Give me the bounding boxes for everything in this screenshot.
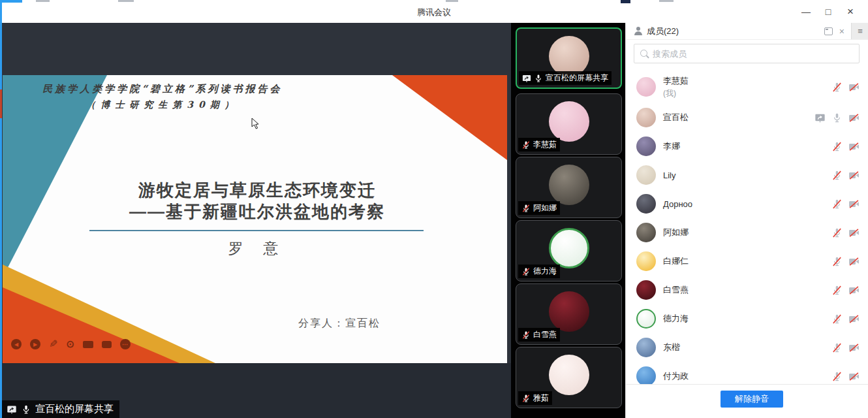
member-name: Дорноо — [663, 199, 831, 209]
video-tile[interactable]: 阿如娜 — [516, 157, 622, 218]
background-window-fragment — [118, 0, 134, 2]
member-row[interactable]: 白娜仁 — [626, 247, 868, 276]
member-row[interactable]: 李慧茹 (我) — [626, 71, 868, 103]
more-icon[interactable]: ⋯ — [120, 339, 131, 349]
tile-name-chip: 白雪燕 — [518, 328, 560, 342]
close-panel-icon[interactable]: × — [839, 27, 845, 36]
member-camera-icon[interactable] — [848, 112, 860, 123]
avatar — [636, 137, 656, 156]
comment-icon[interactable] — [102, 341, 112, 348]
video-tile[interactable]: 宣百松的屏幕共享 — [516, 27, 622, 89]
member-row[interactable]: 德力海 — [626, 304, 868, 333]
video-tile[interactable]: 白雪燕 — [516, 283, 622, 345]
member-name: 德力海 — [663, 313, 831, 325]
tile-name: 李慧茹 — [533, 139, 557, 150]
member-mic-icon[interactable] — [831, 170, 843, 181]
avatar — [636, 223, 656, 242]
members-panel-title: 成员(22) — [647, 25, 679, 37]
video-tile[interactable]: 雅茹 — [516, 347, 622, 408]
member-camera-icon[interactable] — [848, 199, 860, 210]
tile-name-chip: 李慧茹 — [518, 138, 560, 152]
member-mic-icon[interactable] — [831, 141, 843, 152]
member-camera-icon[interactable] — [848, 256, 860, 267]
next-icon[interactable]: ▶ — [30, 339, 40, 349]
member-mic-icon[interactable] — [831, 82, 843, 93]
tile-name-chip: 宣百松的屏幕共享 — [519, 71, 612, 85]
member-row[interactable]: 阿如娜 — [626, 218, 868, 247]
member-camera-icon[interactable] — [848, 314, 860, 325]
slide-title: 游牧定居与草原生态环境变迁 ——基于新疆吐尔洪盆地的考察 — [84, 180, 430, 223]
maximize-button[interactable]: □ — [817, 0, 839, 23]
slide-title-line1: 游牧定居与草原生态环境变迁 — [84, 180, 430, 201]
member-row[interactable]: Lily — [626, 161, 868, 189]
pen-icon[interactable]: ✎ — [49, 340, 57, 349]
unmute-button[interactable]: 解除静音 — [721, 391, 783, 408]
member-mic-icon[interactable] — [831, 314, 843, 325]
avatar — [636, 309, 656, 329]
member-name: 李娜 — [663, 140, 831, 152]
share-status-label: 宣百松的屏幕共享 — [35, 403, 114, 415]
avatar — [636, 108, 656, 127]
avatar — [636, 280, 656, 300]
member-camera-icon[interactable] — [848, 371, 860, 382]
presenter-toolbar: ◀▶✎⊙⋯ — [11, 338, 131, 350]
tile-name: 白雪燕 — [533, 329, 557, 340]
member-mic-icon[interactable] — [831, 227, 843, 238]
avatar — [636, 77, 656, 97]
titlebar: 腾讯会议 — □ × — [0, 0, 868, 23]
member-mic-icon[interactable] — [831, 285, 843, 296]
member-row[interactable]: 宣百松 — [626, 103, 868, 132]
background-window-edge — [0, 0, 2, 418]
panel-menu-icon[interactable]: ≡ — [851, 23, 868, 39]
tile-name: 阿如娜 — [533, 202, 557, 214]
popout-panel-icon[interactable] — [824, 27, 833, 35]
minimize-button[interactable]: — — [795, 0, 817, 23]
member-camera-icon[interactable] — [848, 285, 860, 296]
close-button[interactable]: × — [839, 0, 861, 23]
slide-header-line2: （博士研究生第30期） — [22, 99, 303, 111]
avatar — [636, 251, 656, 271]
member-mic-icon[interactable] — [831, 256, 843, 267]
shared-screen-region: 民族学人类学学院“碧立格”系列读书报告会 （博士研究生第30期） 游牧定居与草原… — [0, 23, 511, 418]
window-title: 腾讯会议 — [0, 0, 868, 23]
member-name: 白雪燕 — [663, 284, 831, 296]
prev-icon[interactable]: ◀ — [11, 339, 22, 349]
background-window-fragment — [446, 0, 458, 2]
member-screen-share-icon — [814, 113, 826, 123]
member-mic-icon[interactable] — [831, 112, 843, 123]
mouse-cursor — [251, 118, 259, 129]
member-mic-icon[interactable] — [831, 342, 843, 353]
screen-share-icon — [7, 405, 17, 414]
member-mic-icon[interactable] — [831, 199, 843, 210]
member-list: 李慧茹 (我) 宣百松 — [626, 71, 868, 384]
member-row[interactable]: 李娜 — [626, 132, 868, 161]
video-tile[interactable]: 德力海 — [516, 220, 622, 281]
tile-name: 宣百松的屏幕共享 — [546, 72, 608, 84]
member-mic-icon[interactable] — [831, 371, 843, 382]
slide-header: 民族学人类学学院“碧立格”系列读书报告会 （博士研究生第30期） — [22, 83, 303, 111]
member-camera-icon[interactable] — [848, 227, 860, 238]
member-camera-icon[interactable] — [848, 82, 860, 93]
search-input[interactable] — [634, 44, 859, 63]
laser-icon[interactable]: ⊙ — [66, 338, 74, 350]
avatar — [549, 291, 589, 332]
member-row[interactable]: 东楷 — [626, 333, 868, 362]
member-camera-icon[interactable] — [848, 342, 860, 353]
background-window-edge — [0, 89, 2, 118]
member-row[interactable]: 白雪燕 — [626, 276, 868, 304]
camera-icon[interactable] — [83, 341, 93, 348]
presentation-slide: 民族学人类学学院“碧立格”系列读书报告会 （博士研究生第30期） 游牧定居与草原… — [3, 75, 507, 363]
slide-presenter-label: 分享人：宣百松 — [241, 317, 437, 330]
video-tile[interactable]: 李慧茹 — [516, 93, 622, 155]
member-camera-icon[interactable] — [848, 170, 860, 181]
avatar — [549, 101, 589, 142]
avatar — [636, 165, 656, 185]
tile-name-chip: 雅茹 — [518, 391, 552, 405]
mic-icon — [521, 394, 531, 403]
member-row[interactable]: 付为政 — [626, 362, 868, 384]
member-row[interactable]: Дорноо — [626, 189, 868, 218]
member-name: 宣百松 — [663, 112, 814, 123]
member-camera-icon[interactable] — [848, 141, 860, 152]
mic-icon — [21, 404, 31, 415]
members-panel-header: 成员(22) × ≡ — [626, 23, 868, 40]
